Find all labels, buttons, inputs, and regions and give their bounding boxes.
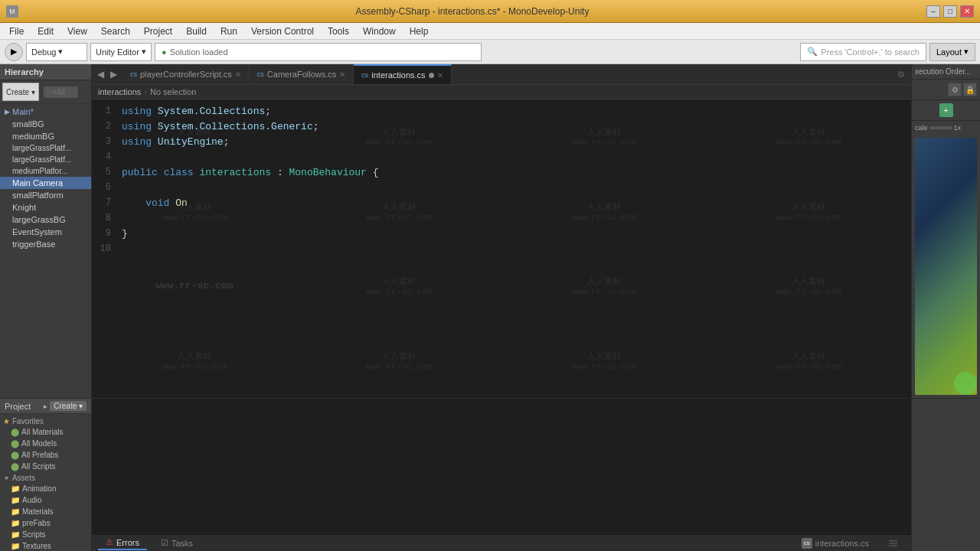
- tab-camerafollows[interactable]: cs CameraFollows.cs ✕: [250, 65, 354, 83]
- hierarchy-item-knight[interactable]: Knight: [0, 201, 91, 214]
- menu-build[interactable]: Build: [180, 24, 213, 38]
- breadcrumb-interactions[interactable]: interactions: [98, 87, 141, 96]
- line-number-2: 2: [92, 121, 119, 132]
- project-item-textures[interactable]: 📁 Textures: [0, 540, 91, 551]
- cs-file-icon: cs: [802, 538, 812, 549]
- status-file: cs interactions.cs: [795, 538, 875, 549]
- tab-close-playercontrollerscript[interactable]: ✕: [235, 70, 241, 79]
- layout-dropdown[interactable]: Layout ▾: [929, 43, 975, 61]
- project-panel: Project ▸ Create ▾ ★ Favorites ⬤ All Mat…: [0, 399, 92, 551]
- project-item-all-prefabs[interactable]: ⬤ All Prefabs: [0, 449, 91, 461]
- project-item-all-scripts[interactable]: ⬤ All Scripts: [0, 461, 91, 472]
- hierarchy-item-smallplatform[interactable]: smallPlatform: [0, 189, 91, 201]
- right-panel-green-btn[interactable]: +: [939, 103, 953, 117]
- hierarchy-item-smallbg[interactable]: smallBG: [0, 118, 91, 130]
- tab-close-camerafollows[interactable]: ✕: [339, 70, 345, 79]
- hierarchy-item-medplat[interactable]: mediumPlatfor...: [0, 165, 91, 177]
- watermark-cell-15: 人人素材www.rr-sc.com: [501, 324, 707, 399]
- project-item-audio[interactable]: 📁 Audio: [0, 494, 91, 506]
- folder-icon-prefabs: 📁: [11, 519, 20, 527]
- watermark-cell-10: 人人素材www.rr-sc.com: [297, 249, 502, 324]
- right-panel-preview: [915, 138, 977, 395]
- execution-order-btn[interactable]: xecution Order...: [912, 64, 980, 80]
- main-content: Hierarchy Create ▾ ⌕ ▶ Main* smallBG med…: [0, 64, 980, 398]
- window-title: Assembly-CSharp - interactions.cs* - Mon…: [18, 6, 926, 17]
- editor-options-btn[interactable]: ⚙: [891, 70, 911, 80]
- watermark-cell-12: 人人素材www.rr-sc.com: [707, 249, 912, 324]
- hierarchy-search[interactable]: ⌕: [44, 86, 78, 98]
- right-panel: xecution Order... ⚙ 🔒 + cale 1x: [911, 64, 980, 398]
- code-area[interactable]: 人人素材www.rr-sc.com 人人素材www.rr-sc.com 人人素材…: [92, 99, 911, 398]
- hierarchy-item-eventsystem[interactable]: EventSystem: [0, 226, 91, 238]
- minimize-button[interactable]: –: [926, 5, 940, 18]
- menu-edit[interactable]: Edit: [31, 24, 60, 38]
- breadcrumb-bar: interactions › No selection: [92, 85, 911, 99]
- right-panel-lock[interactable]: 🔒: [963, 83, 977, 96]
- hierarchy-item-lgp1[interactable]: largeGrassPlatf...: [0, 142, 91, 154]
- unity-editor-dropdown[interactable]: Unity Editor ▾: [90, 43, 152, 61]
- hierarchy-item-triggerbase[interactable]: triggerBase: [0, 238, 91, 250]
- hierarchy-item-mediumbg[interactable]: mediumBG: [0, 130, 91, 142]
- folder-icon-scripts: 📁: [11, 530, 20, 539]
- project-item-materials[interactable]: 📁 Materials: [0, 506, 91, 517]
- assets-section[interactable]: ▼ Assets: [0, 472, 91, 483]
- line-number-8: 8: [92, 213, 119, 223]
- tab-nav-back[interactable]: ◀: [95, 67, 106, 81]
- line-number-5: 5: [92, 167, 119, 178]
- project-item-all-materials[interactable]: ⬤ All Materials: [0, 426, 91, 438]
- search-box[interactable]: 🔍 Press 'Control+,' to search: [800, 43, 926, 61]
- hierarchy-create-btn[interactable]: Create ▾: [2, 83, 39, 101]
- project-panel-toggle[interactable]: ▸: [44, 403, 47, 410]
- execution-order-label: xecution Order...: [915, 67, 971, 76]
- scale-track: [929, 126, 952, 129]
- hierarchy-panel: Hierarchy Create ▾ ⌕ ▶ Main* smallBG med…: [0, 64, 92, 398]
- line-number-1: 1: [92, 106, 119, 116]
- errors-tab[interactable]: ⚠ Errors: [98, 536, 147, 550]
- project-item-prefabs[interactable]: 📁 preFabs: [0, 517, 91, 529]
- project-title: Project: [5, 402, 31, 411]
- code-line-3: 3 using UnityEngine;: [92, 136, 911, 152]
- tab-playercontrollerscript[interactable]: cs playerControllerScript.cs ✕: [122, 65, 250, 83]
- project-item-scripts[interactable]: 📁 Scripts: [0, 529, 91, 540]
- tab-cs-icon: cs: [130, 70, 137, 78]
- tab-interactions[interactable]: cs interactions.cs ✕: [354, 64, 451, 84]
- watermark-cell-9: www.rr-sc.com: [92, 249, 297, 324]
- favorites-section[interactable]: ★ Favorites: [0, 416, 91, 426]
- tasks-tab[interactable]: ☑ Tasks: [153, 536, 201, 549]
- hierarchy-item-lgp2[interactable]: largeGrassPlatf...: [0, 154, 91, 165]
- menu-file[interactable]: File: [3, 24, 30, 38]
- hierarchy-scene[interactable]: ▶ Main*: [0, 106, 91, 118]
- tab-close-interactions[interactable]: ✕: [437, 71, 443, 80]
- folder-icon-audio: 📁: [11, 496, 20, 504]
- menu-search[interactable]: Search: [95, 24, 136, 38]
- menu-view[interactable]: View: [61, 24, 93, 38]
- menu-tools[interactable]: Tools: [322, 24, 355, 38]
- hierarchy-item-lgbg[interactable]: largeGrassBG: [0, 214, 91, 226]
- menu-window[interactable]: Window: [357, 24, 402, 38]
- project-item-animation[interactable]: 📁 Animation: [0, 483, 91, 494]
- breadcrumb-no-selection[interactable]: No selection: [150, 87, 197, 96]
- folder-icon-textures: 📁: [11, 542, 20, 550]
- hierarchy-item-maincamera[interactable]: Main Camera: [0, 177, 91, 189]
- right-panel-settings[interactable]: ⚙: [948, 83, 962, 96]
- search-icon: 🔍: [807, 47, 818, 57]
- hierarchy-search-input[interactable]: [52, 88, 75, 96]
- tab-nav-forward[interactable]: ▶: [108, 67, 119, 81]
- play-button[interactable]: ▶: [5, 43, 23, 61]
- close-button[interactable]: ✕: [960, 5, 974, 18]
- project-item-all-models[interactable]: ⬤ All Models: [0, 438, 91, 449]
- watermark-cell-14: 人人素材www.rr-sc.com: [297, 324, 502, 399]
- tab-cs-icon2: cs: [257, 70, 264, 78]
- menu-run[interactable]: Run: [214, 24, 243, 38]
- menu-help[interactable]: Help: [403, 24, 435, 38]
- hierarchy-header: Hierarchy: [0, 64, 91, 80]
- menu-version-control[interactable]: Version Control: [245, 24, 320, 38]
- project-create-btn[interactable]: Create ▾: [50, 401, 87, 411]
- code-line-10: 10: [92, 243, 911, 259]
- debug-dropdown[interactable]: Debug ▾: [26, 43, 87, 61]
- maximize-button[interactable]: □: [943, 5, 957, 18]
- menu-project[interactable]: Project: [138, 24, 178, 38]
- hierarchy-search-icon: ⌕: [47, 88, 51, 96]
- prefab-icon: ⬤: [11, 451, 19, 459]
- breadcrumb-separator: ›: [144, 87, 147, 96]
